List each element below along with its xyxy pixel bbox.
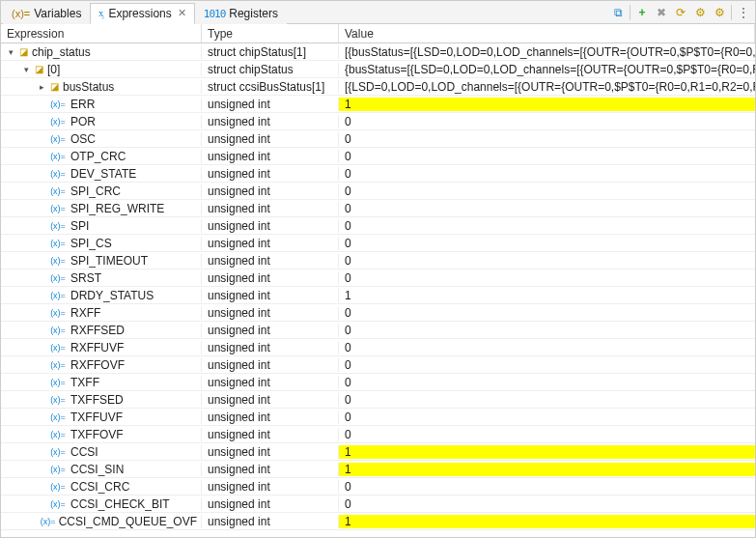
table-row[interactable]: ▸(x)=CCSI_CHECK_BITunsigned int0 [1,496,755,513]
chevron-down-icon[interactable]: ▾ [20,65,32,74]
expression-cell[interactable]: ▾◪[0] [1,63,202,76]
value-cell[interactable]: 0 [339,306,755,320]
expression-cell[interactable]: ▸(x)=SPI [1,219,202,233]
expression-cell[interactable]: ▸(x)=SPI_CS [1,237,202,250]
table-row[interactable]: ▸(x)=TXFFSEDunsigned int0 [1,391,755,409]
table-row[interactable]: ▸(x)=RXFFSEDunsigned int0 [1,322,755,339]
table-row[interactable]: ▸(x)=SPI_CSunsigned int0 [1,235,755,252]
expression-cell[interactable]: ▸(x)=OTP_CRC [1,150,202,163]
table-row[interactable]: ▸(x)=OTP_CRCunsigned int0 [1,148,755,165]
tab-expressions[interactable]: ᶍ Expressions ✕ [90,3,194,24]
value-cell[interactable]: 0 [339,254,755,268]
expression-cell[interactable]: ▸(x)=OSC [1,132,202,146]
value-cell[interactable]: 0 [339,341,755,354]
value-cell[interactable]: {busStatus=[{LSD=0,LOD=0,LOD_channels=[{… [339,63,755,76]
expression-cell[interactable]: ▸(x)=RXFFUVF [1,341,202,354]
table-row[interactable]: ▸(x)=SPI_TIMEOUTunsigned int0 [1,252,755,269]
add-expression-button[interactable]: + [634,5,650,20]
expression-cell[interactable]: ▸(x)=SPI_TIMEOUT [1,254,202,268]
value-cell[interactable]: 0 [339,497,755,511]
value-cell[interactable]: 1 [339,515,755,528]
table-row[interactable]: ▾◪chip_statusstruct chipStatus[1][{busSt… [1,43,755,61]
settings-button[interactable]: ⚙ [692,5,708,20]
tab-variables[interactable]: (x)= Variables [3,3,90,24]
expression-cell[interactable]: ▸(x)=CCSI_CRC [1,480,202,494]
value-cell[interactable]: 0 [339,150,755,163]
value-cell[interactable]: 0 [339,202,755,215]
column-header-expression[interactable]: Expression [1,24,202,42]
table-row[interactable]: ▸(x)=TXFFunsigned int0 [1,374,755,391]
tab-registers[interactable]: 1010 Registers [195,3,287,24]
view-menu-button[interactable]: ⋮ [736,5,751,20]
value-cell[interactable]: [{busStatus=[{LSD=0,LOD=0,LOD_channels=[… [339,45,755,59]
table-row[interactable]: ▸(x)=DRDY_STATUSunsigned int1 [1,287,755,304]
table-row[interactable]: ▸(x)=SPI_CRCunsigned int0 [1,183,755,200]
chevron-down-icon[interactable]: ▾ [5,47,16,57]
table-row[interactable]: ▸(x)=CCSI_CRCunsigned int0 [1,478,755,496]
value-cell[interactable]: 0 [339,115,755,128]
settings-button-2[interactable]: ⚙ [712,5,727,20]
value-cell[interactable]: 0 [339,167,755,181]
table-row[interactable]: ▸(x)=TXFFOVFunsigned int0 [1,426,755,443]
column-header-type[interactable]: Type [202,24,339,42]
chevron-right-icon[interactable]: ▸ [36,82,47,92]
expression-tree[interactable]: ▾◪chip_statusstruct chipStatus[1][{busSt… [1,43,755,537]
table-row[interactable]: ▸(x)=SPI_REG_WRITEunsigned int0 [1,200,755,217]
expression-cell[interactable]: ▸(x)=TXFFSED [1,393,202,407]
expression-cell[interactable]: ▸(x)=DRDY_STATUS [1,289,202,302]
value-cell[interactable]: 1 [339,463,755,476]
table-row[interactable]: ▸(x)=RXFFunsigned int0 [1,304,755,322]
table-row[interactable]: ▸(x)=CCSI_SINunsigned int1 [1,461,755,478]
collapse-all-button[interactable]: ⧉ [610,5,626,20]
value-cell[interactable]: 0 [339,358,755,372]
remove-expression-button[interactable]: ✖ [654,5,669,20]
value-cell[interactable]: 1 [339,289,755,302]
value-cell[interactable]: 1 [339,98,755,111]
table-row[interactable]: ▸(x)=SRSTunsigned int0 [1,269,755,287]
expression-cell[interactable]: ▸(x)=RXFFSED [1,324,202,337]
expression-cell[interactable]: ▸(x)=TXFFOVF [1,428,202,441]
expression-cell[interactable]: ▸(x)=CCSI_SIN [1,463,202,476]
value-cell[interactable]: 0 [339,376,755,389]
expression-cell[interactable]: ▸◪busStatus [1,80,202,94]
expression-cell[interactable]: ▸(x)=TXFF [1,376,202,389]
expression-cell[interactable]: ▸(x)=RXFFOVF [1,358,202,372]
table-row[interactable]: ▸(x)=RXFFUVFunsigned int0 [1,339,755,356]
value-cell[interactable]: 0 [339,184,755,198]
value-cell[interactable]: 0 [339,480,755,494]
value-cell[interactable]: 1 [339,445,755,459]
expression-cell[interactable]: ▸(x)=RXFF [1,306,202,320]
table-row[interactable]: ▸(x)=CCSI_CMD_QUEUE_OVFunsigned int1 [1,513,755,530]
value-cell[interactable]: 0 [339,324,755,337]
table-row[interactable]: ▸(x)=RXFFOVFunsigned int0 [1,356,755,374]
expression-cell[interactable]: ▸(x)=POR [1,115,202,128]
table-row[interactable]: ▸(x)=TXFFUVFunsigned int0 [1,409,755,426]
expression-cell[interactable]: ▸(x)=SRST [1,271,202,285]
value-cell[interactable]: 0 [339,132,755,146]
expression-cell[interactable]: ▸(x)=ERR [1,98,202,111]
expression-cell[interactable]: ▾◪chip_status [1,45,202,59]
close-icon[interactable]: ✕ [178,7,186,19]
expression-cell[interactable]: ▸(x)=CCSI_CMD_QUEUE_OVF [1,515,202,528]
value-cell[interactable]: 0 [339,428,755,441]
expression-cell[interactable]: ▸(x)=DEV_STATE [1,167,202,181]
expression-cell[interactable]: ▸(x)=CCSI [1,445,202,459]
value-cell[interactable]: 0 [339,411,755,424]
table-row[interactable]: ▸(x)=SPIunsigned int0 [1,217,755,235]
table-row[interactable]: ▸◪busStatusstruct ccsiBusStatus[1][{LSD=… [1,78,755,96]
expression-cell[interactable]: ▸(x)=CCSI_CHECK_BIT [1,497,202,511]
expression-cell[interactable]: ▸(x)=TXFFUVF [1,411,202,424]
column-header-value[interactable]: Value [339,24,755,42]
table-row[interactable]: ▾◪[0]struct chipStatus{busStatus=[{LSD=0… [1,61,755,78]
value-cell[interactable]: 0 [339,271,755,285]
table-row[interactable]: ▸(x)=CCSIunsigned int1 [1,443,755,461]
table-row[interactable]: ▸(x)=DEV_STATEunsigned int0 [1,165,755,183]
table-row[interactable]: ▸(x)=OSCunsigned int0 [1,130,755,148]
value-cell[interactable]: [{LSD=0,LOD=0,LOD_channels=[{OUTR={OUTR=… [339,80,755,94]
refresh-button[interactable]: ⟳ [673,5,688,20]
expression-cell[interactable]: ▸(x)=SPI_CRC [1,184,202,198]
table-row[interactable]: ▸(x)=ERRunsigned int1 [1,96,755,113]
value-cell[interactable]: 0 [339,237,755,250]
value-cell[interactable]: 0 [339,393,755,407]
value-cell[interactable]: 0 [339,219,755,233]
